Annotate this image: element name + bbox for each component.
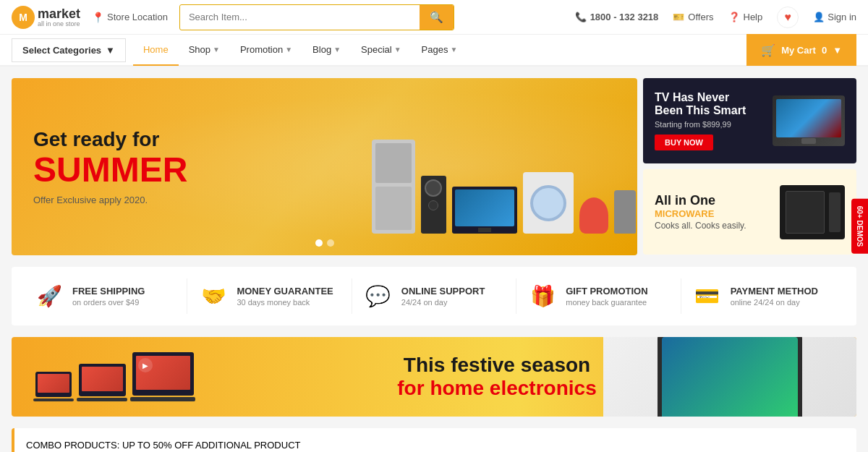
feature-gift: 🎁 GIFT PROMOTION money back guarantee (516, 278, 681, 314)
side-banner-tv: TV Has Never Been This Smart Starting fr… (643, 78, 856, 163)
shipping-text: FREE SHIPPING on orders over $49 (72, 286, 145, 307)
store-location[interactable]: 📍 Store Location (92, 12, 168, 23)
washer-drum (530, 185, 566, 221)
vacuum-image (579, 197, 608, 234)
sign-in-label: Sign in (827, 12, 856, 22)
feature-shipping: 🚀 FREE SHIPPING on orders over $49 (23, 278, 187, 314)
tv-product-image (773, 95, 845, 146)
categories-chevron-icon: ▼ (106, 45, 115, 56)
nav-pages-label: Pages (422, 44, 448, 55)
logo-name: market (38, 7, 80, 20)
nav-home-label: Home (143, 44, 169, 55)
phone-number: 1800 - 132 3218 (590, 12, 659, 22)
logo-sub: all in one store (38, 20, 80, 27)
nav-special-label: Special (361, 44, 392, 55)
carousel-dot-1[interactable] (315, 239, 323, 247)
categories-label: Select Categories (22, 45, 101, 56)
search-bar: 🔍 (179, 4, 454, 30)
payment-text: PAYMENT METHOD online 24/24 on day (731, 286, 818, 307)
festive-banner[interactable]: ▶ This festive season for home electroni… (12, 337, 856, 417)
location-pin-icon: 📍 (92, 12, 104, 23)
gift-sub: money back guarantee (566, 298, 647, 307)
hero-carousel-dots (315, 239, 334, 247)
hero-side-banners: TV Has Never Been This Smart Starting fr… (643, 78, 856, 255)
nav-pages[interactable]: Pages ▼ (412, 34, 468, 66)
search-button[interactable]: 🔍 (420, 5, 454, 30)
pages-chevron-icon: ▼ (450, 46, 457, 54)
nav-home[interactable]: Home (133, 34, 179, 66)
phone-icon: 📞 (575, 12, 587, 22)
hero-main-banner: Get ready for SUMMER Offer Exclusive app… (12, 78, 637, 255)
speaker-tweeter (428, 200, 438, 210)
logo[interactable]: M market all in one store (12, 6, 80, 29)
tv-image (452, 187, 517, 234)
fridge-image (372, 140, 415, 234)
side-banner-microwave-text: All in One MICROWARE Cooks all. Cooks ea… (655, 193, 780, 231)
main-content: Get ready for SUMMER Offer Exclusive app… (0, 67, 868, 452)
festive-laptop-image (603, 337, 856, 417)
shipping-icon: 🚀 (35, 284, 64, 308)
payment-icon: 💳 (693, 284, 722, 308)
nav-shop-label: Shop (189, 44, 210, 55)
help-icon: ❓ (728, 12, 740, 22)
side-banner-microwave-subtitle: MICROWARE (655, 208, 780, 219)
cart-button[interactable]: 🛒 My Cart 0 ▼ (746, 34, 856, 66)
feature-payment: 💳 PAYMENT METHOD online 24/24 on day (681, 278, 845, 314)
select-categories-button[interactable]: Select Categories ▼ (12, 38, 126, 62)
combo-section: COMBO PRODUCTS: UP TO 50% OFF ADDITIONAL… (12, 428, 856, 452)
side-banner-tv-price: Starting from $899,99 (655, 120, 773, 129)
side-banner-tv-text: TV Has Never Been This Smart Starting fr… (655, 91, 773, 150)
side-banner-microwave-desc: Cooks all. Cooks easily. (655, 221, 780, 231)
support-icon: 💬 (364, 284, 393, 308)
cart-label: My Cart (781, 45, 816, 56)
promotion-chevron-icon: ▼ (285, 46, 292, 54)
nav-shop[interactable]: Shop ▼ (179, 34, 230, 66)
feature-support: 💬 ONLINE SUPPORT 24/24 on day (352, 278, 516, 314)
shop-chevron-icon: ▼ (213, 46, 220, 54)
offers-icon: 🎫 (673, 12, 684, 22)
payment-sub: online 24/24 on day (731, 298, 818, 307)
support-sub: 24/24 on day (401, 298, 485, 307)
speaker-image (421, 176, 446, 234)
gift-text: GIFT PROMOTION money back guarantee (566, 286, 647, 307)
side-banner-tv-title2: Been This Smart (655, 104, 773, 117)
offers-label: Offers (688, 12, 713, 22)
logo-icon: M (12, 6, 35, 29)
carousel-dot-2[interactable] (327, 239, 334, 247)
offers-item[interactable]: 🎫 Offers (673, 12, 713, 22)
guarantee-title: MONEY GUARANTEE (237, 286, 333, 297)
side-banner-tv-buy-button[interactable]: BUY NOW (655, 135, 713, 150)
side-banner-microwave-title: All in One (655, 193, 780, 208)
side-banner-microwave: All in One MICROWARE Cooks all. Cooks ea… (643, 169, 856, 255)
festive-left: ▶ (12, 338, 217, 416)
nav-blog[interactable]: Blog ▼ (302, 34, 351, 66)
nav-bar: Select Categories ▼ Home Shop ▼ Promotio… (0, 35, 868, 67)
hero-section: Get ready for SUMMER Offer Exclusive app… (12, 78, 856, 255)
gift-icon: 🎁 (528, 284, 557, 308)
cart-chevron-icon: ▼ (833, 45, 842, 56)
phone-item: 📞 1800 - 132 3218 (575, 12, 659, 22)
washer-image (523, 172, 574, 234)
user-icon: 👤 (813, 12, 825, 22)
support-title: ONLINE SUPPORT (401, 286, 485, 297)
help-label: Help (744, 12, 763, 22)
help-item[interactable]: ❓ Help (728, 12, 763, 22)
support-text: ONLINE SUPPORT 24/24 on day (401, 286, 485, 307)
laptop-screen (658, 337, 802, 417)
nav-special[interactable]: Special ▼ (351, 34, 412, 66)
nav-promotion[interactable]: Promotion ▼ (230, 34, 302, 66)
sign-in-button[interactable]: 👤 Sign in (813, 12, 856, 22)
hero-appliances-display (377, 89, 630, 234)
cart-icon: 🛒 (761, 43, 775, 57)
search-input[interactable] (180, 6, 420, 28)
wishlist-button[interactable]: ♥ (777, 7, 799, 28)
blender-image (614, 190, 636, 234)
top-bar: M market all in one store 📍 Store Locati… (0, 0, 868, 35)
guarantee-icon: 🤝 (199, 284, 228, 308)
demos-badge[interactable]: 60+ DEMOS (851, 198, 868, 253)
guarantee-sub: 30 days money back (237, 298, 333, 307)
nav-promotion-label: Promotion (240, 44, 283, 55)
speaker-woofer (425, 179, 442, 197)
shipping-sub: on orders over $49 (72, 298, 145, 307)
shipping-title: FREE SHIPPING (72, 286, 145, 297)
